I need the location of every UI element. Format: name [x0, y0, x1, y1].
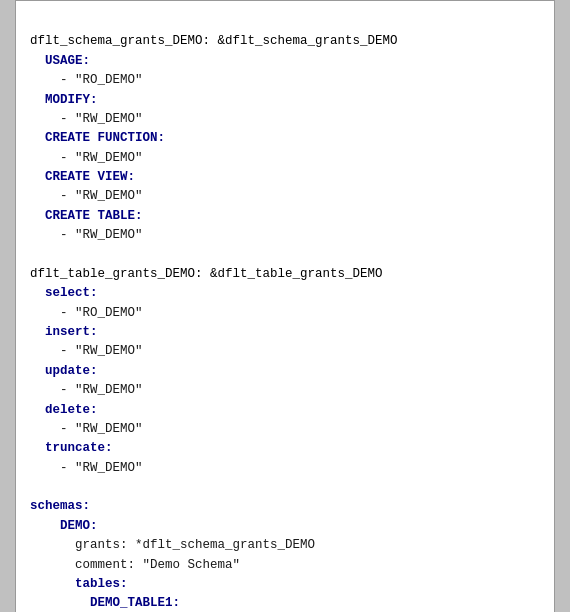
update-key: update:	[30, 364, 98, 378]
section-header-schema-grants: dflt_schema_grants_DEMO: &dflt_schema_gr…	[30, 34, 398, 48]
tables-key: tables:	[30, 577, 128, 591]
insert-key: insert:	[30, 325, 98, 339]
create-table-key: CREATE TABLE:	[30, 209, 143, 223]
insert-value: - "RW_DEMO"	[30, 344, 143, 358]
usage-key: USAGE:	[30, 54, 90, 68]
modify-key: MODIFY:	[30, 93, 98, 107]
section-header-table-grants: dflt_table_grants_DEMO: &dflt_table_gran…	[30, 267, 383, 281]
select-key: select:	[30, 286, 98, 300]
select-value: - "RO_DEMO"	[30, 306, 143, 320]
modify-value: - "RW_DEMO"	[30, 112, 143, 126]
schemas-key: schemas:	[30, 499, 90, 513]
code-block: dflt_schema_grants_DEMO: &dflt_schema_gr…	[15, 0, 555, 612]
demo-grants: grants: *dflt_schema_grants_DEMO	[30, 538, 315, 552]
demo-table1-key: DEMO_TABLE1:	[30, 596, 180, 610]
create-view-key: CREATE VIEW:	[30, 170, 135, 184]
delete-value: - "RW_DEMO"	[30, 422, 143, 436]
create-view-value: - "RW_DEMO"	[30, 189, 143, 203]
create-function-key: CREATE FUNCTION:	[30, 131, 165, 145]
create-function-value: - "RW_DEMO"	[30, 151, 143, 165]
truncate-key: truncate:	[30, 441, 113, 455]
usage-value: - "RO_DEMO"	[30, 73, 143, 87]
create-table-value: - "RW_DEMO"	[30, 228, 143, 242]
truncate-value: - "RW_DEMO"	[30, 461, 143, 475]
demo-comment: comment: "Demo Schema"	[30, 558, 240, 572]
demo-key: DEMO:	[30, 519, 98, 533]
update-value: - "RW_DEMO"	[30, 383, 143, 397]
delete-key: delete:	[30, 403, 98, 417]
